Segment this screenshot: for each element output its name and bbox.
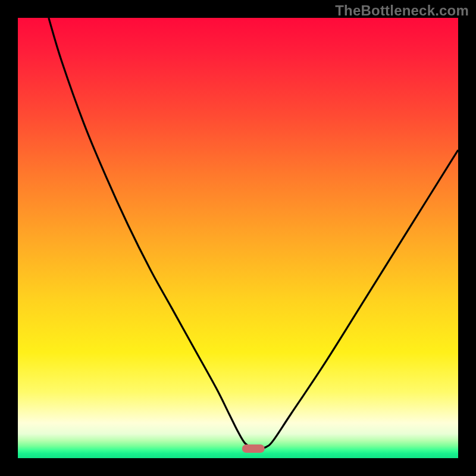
chart-frame: TheBottleneck.com xyxy=(0,0,476,476)
plot-area xyxy=(18,18,458,458)
curve-path xyxy=(49,18,458,449)
minimum-marker xyxy=(242,444,265,453)
watermark-text: TheBottleneck.com xyxy=(335,2,469,19)
curve-svg xyxy=(18,18,458,458)
